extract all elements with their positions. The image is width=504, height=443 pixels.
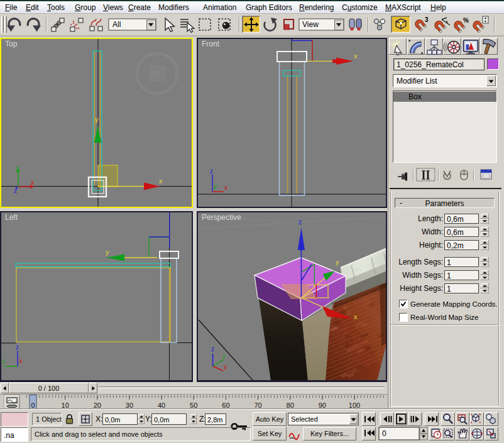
svg-text:x: x [224,184,227,191]
svg-text:x: x [159,177,163,185]
svg-text:y: y [95,116,99,123]
svg-text:Top: Top [5,40,18,48]
svg-text:0: 0 [382,429,386,438]
svg-text:x: x [224,364,227,371]
svg-text:y: y [222,353,226,359]
svg-text:x: x [354,52,358,60]
svg-text:x: x [19,358,22,364]
svg-text:All: All [112,20,121,29]
svg-text:z: z [211,346,214,353]
svg-text:y: y [16,164,19,171]
svg-text:Front: Front [202,40,220,48]
svg-text:View: View [302,20,319,29]
svg-text:3: 3 [425,16,429,23]
svg-text:z: z [210,168,213,175]
svg-text:%: % [463,17,469,24]
svg-text:y: y [106,248,109,256]
svg-text:y: y [2,358,5,364]
svg-text:y: y [214,183,217,190]
svg-text:x: x [354,313,358,320]
svg-text:Perspective: Perspective [202,213,241,222]
svg-text:z: z [299,218,302,226]
svg-text:z: z [16,344,19,351]
svg-text:x: x [31,179,34,186]
svg-text:y: y [336,258,339,266]
svg-text:Left: Left [5,213,18,222]
